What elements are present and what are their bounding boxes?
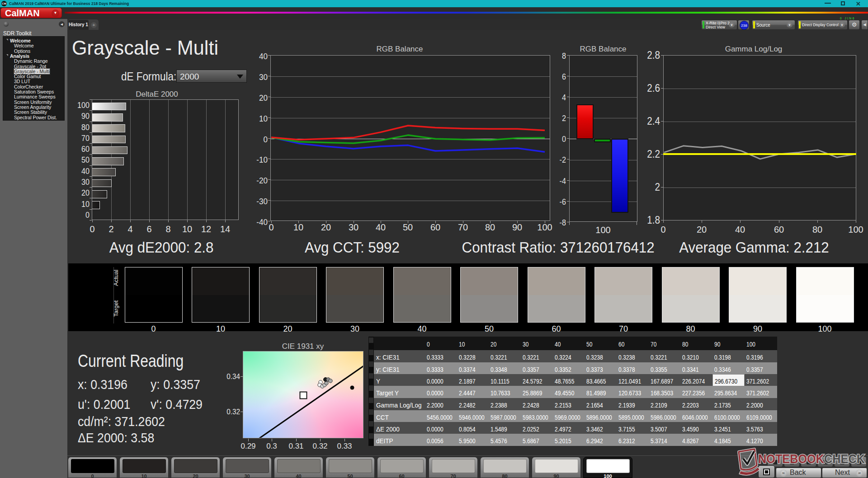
svg-text:CHECK: CHECK bbox=[824, 452, 865, 466]
svg-text:NOTEBOOK: NOTEBOOK bbox=[758, 452, 824, 466]
